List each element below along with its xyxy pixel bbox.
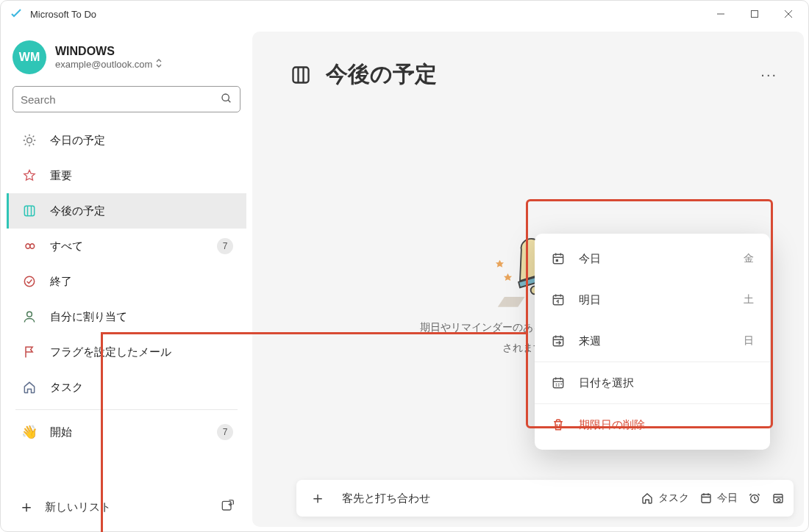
svg-point-2: [27, 138, 32, 143]
nav-item-completed[interactable]: 終了: [7, 264, 246, 299]
nav-item-flagged[interactable]: フラグを設定したメール: [7, 334, 246, 370]
nav-label: すべて: [50, 240, 83, 254]
svg-rect-19: [553, 337, 563, 346]
svg-rect-6: [222, 501, 231, 510]
nav-label: タスク: [50, 381, 83, 395]
nav-label: フラグを設定したメール: [50, 345, 171, 359]
new-group-icon[interactable]: [220, 499, 235, 516]
calendar-today-icon: [551, 251, 566, 266]
star-icon: [22, 168, 37, 183]
upcoming-header-icon: [291, 65, 311, 85]
task-chip-row: タスク 今日: [641, 492, 785, 505]
svg-marker-10: [496, 259, 504, 267]
avatar: WM: [13, 40, 46, 74]
popup-pick-date[interactable]: 日付を選択: [535, 362, 770, 403]
account-name: WINDOWS: [55, 44, 163, 59]
nav-item-tasks[interactable]: タスク: [7, 370, 246, 405]
upcoming-icon: [22, 204, 37, 218]
minimize-button[interactable]: [704, 1, 738, 27]
nav-item-upcoming[interactable]: 今後の予定: [7, 193, 246, 229]
search-input[interactable]: [21, 93, 221, 106]
wave-icon: 👋: [22, 425, 37, 439]
main-header: 今後の予定 ···: [252, 32, 804, 107]
sun-icon: [22, 133, 37, 148]
person-icon: [22, 309, 37, 324]
window-controls: [704, 1, 805, 27]
nav-item-important[interactable]: 重要: [7, 158, 246, 193]
calendar-tomorrow-icon: [551, 292, 566, 307]
popup-remove-due[interactable]: 期限日の削除: [535, 404, 770, 445]
main-panel: 今後の予定 ··· 期日やリマインダーのあるタスクがここに表示 されます。: [252, 32, 804, 527]
svg-point-4: [24, 276, 34, 286]
app-title: Microsoft To Do: [30, 9, 96, 20]
nav-label: 今後の予定: [50, 204, 105, 218]
svg-point-1: [222, 94, 229, 101]
account-email: example@outlook.com: [55, 59, 163, 71]
sidebar: WM WINDOWS example@outlook.com: [1, 27, 252, 531]
nav-list: 今日の予定 重要 今後の予定 すべて 7 終了: [7, 123, 246, 450]
add-task-bar[interactable]: ＋ タスク 今日: [296, 480, 794, 517]
svg-rect-17: [556, 259, 558, 262]
popup-tomorrow[interactable]: 明日 土: [535, 279, 770, 320]
nav-item-assigned[interactable]: 自分に割り当て: [7, 299, 246, 334]
titlebar: Microsoft To Do: [1, 1, 808, 27]
account-header[interactable]: WM WINDOWS example@outlook.com: [7, 36, 246, 83]
chip-list[interactable]: タスク: [641, 492, 689, 505]
svg-point-5: [27, 312, 32, 317]
popup-today[interactable]: 今日 金: [535, 238, 770, 279]
calendar-nextweek-icon: [551, 334, 566, 348]
search-box[interactable]: [13, 86, 240, 112]
svg-rect-3: [24, 206, 34, 215]
nav-badge: 7: [217, 424, 233, 440]
new-list-label: 新しいリスト: [45, 500, 111, 514]
home-icon: [22, 380, 37, 395]
nav-separator: [15, 409, 238, 410]
nav-label: 重要: [50, 169, 72, 183]
more-menu-button[interactable]: ···: [760, 66, 777, 83]
chip-due[interactable]: 今日: [699, 492, 738, 505]
maximize-button[interactable]: [738, 1, 771, 27]
check-circle-icon: [22, 274, 37, 289]
expand-account-icon: [155, 59, 163, 71]
app-window: Microsoft To Do WM WINDOWS example@outlo…: [0, 0, 809, 532]
plus-icon: ＋: [18, 496, 35, 518]
nav-label: 開始: [50, 425, 72, 439]
close-button[interactable]: [771, 1, 805, 27]
due-date-popup: 今日 金 明日 土 来週 日 日付を選択: [535, 234, 770, 450]
svg-marker-8: [498, 297, 525, 307]
svg-rect-0: [752, 11, 758, 18]
svg-rect-13: [702, 495, 710, 503]
nav-item-getting-started[interactable]: 👋 開始 7: [7, 414, 246, 450]
new-list-row[interactable]: ＋ 新しいリスト: [7, 490, 246, 525]
infinity-icon: [22, 239, 37, 254]
calendar-pick-icon: [551, 375, 566, 390]
svg-rect-7: [293, 67, 309, 82]
popup-nextweek[interactable]: 来週 日: [535, 320, 770, 362]
nav-label: 今日の予定: [50, 134, 105, 148]
svg-rect-16: [553, 254, 563, 264]
chip-reminder[interactable]: [748, 492, 761, 505]
nav-item-all[interactable]: すべて 7: [7, 229, 246, 264]
search-icon: [221, 93, 232, 107]
nav-item-today[interactable]: 今日の予定: [7, 123, 246, 158]
trash-icon: [551, 417, 566, 432]
flag-icon: [22, 345, 37, 359]
nav-label: 終了: [50, 275, 72, 289]
chip-repeat[interactable]: [771, 492, 785, 505]
add-task-input[interactable]: [342, 492, 629, 505]
nav-label: 自分に割り当て: [50, 310, 127, 324]
svg-marker-11: [504, 273, 512, 281]
app-logo-icon: [10, 7, 23, 21]
add-task-plus-icon: ＋: [310, 487, 326, 509]
nav-badge: 7: [217, 238, 233, 254]
page-title: 今後の予定: [326, 60, 437, 90]
